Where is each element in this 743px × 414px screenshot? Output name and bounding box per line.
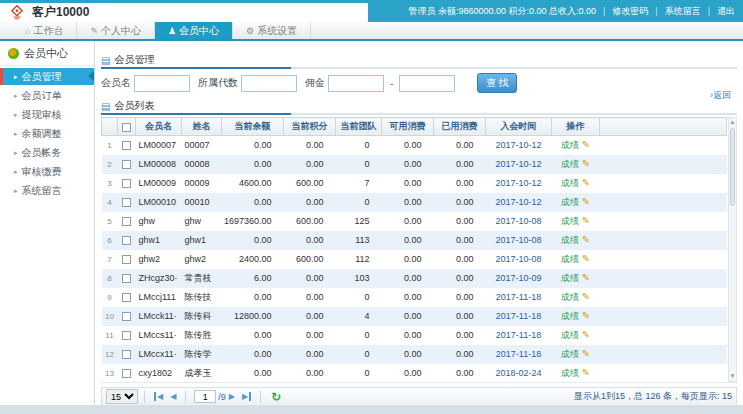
score-link[interactable]: 成绩 xyxy=(561,349,579,359)
row-checkbox[interactable] xyxy=(122,293,131,302)
member-center-icon xyxy=(8,48,19,59)
system-message-link[interactable]: 系统留言 xyxy=(665,5,701,18)
tab-member-center[interactable]: ♟会员中心 xyxy=(155,22,233,39)
balance-cell: 0.00 xyxy=(222,288,284,307)
select-all-checkbox[interactable] xyxy=(122,123,131,132)
edit-pencil-icon[interactable]: ✎ xyxy=(582,139,590,150)
edit-pencil-icon[interactable]: ✎ xyxy=(582,310,590,321)
col-available: 可用消费 xyxy=(382,118,434,136)
row-checkbox[interactable] xyxy=(122,312,131,321)
score-link[interactable]: 成绩 xyxy=(561,273,579,283)
tab-workbench[interactable]: ⌂工作台 xyxy=(12,22,77,39)
score-link[interactable]: 成绩 xyxy=(561,292,579,302)
available-cell: 0.00 xyxy=(382,307,434,326)
points-cell: 0.00 xyxy=(284,364,336,383)
edit-pencil-icon[interactable]: ✎ xyxy=(582,196,590,207)
action-cell: 成绩✎ xyxy=(552,155,600,174)
table-row: 10LMcck11·陈传科12800.000.0040.000.002017-1… xyxy=(102,307,727,326)
commission-min-input[interactable] xyxy=(328,75,384,92)
available-cell: 0.00 xyxy=(382,174,434,193)
points-cell: 0.00 xyxy=(284,326,336,345)
main-content: ▤ 会员管理 会员名 所属代数 佣金 - 查找 ›返回 ▤ 会员列表 xyxy=(96,41,743,405)
sidebar-item[interactable]: ▸提现审核 xyxy=(0,106,94,123)
scrollbar-thumb[interactable] xyxy=(730,128,735,206)
score-link[interactable]: 成绩 xyxy=(561,311,579,321)
tab-personal-center[interactable]: ✎个人中心 xyxy=(77,22,155,39)
member-name-input[interactable] xyxy=(134,75,190,92)
score-link[interactable]: 成绩 xyxy=(561,178,579,188)
change-password-link[interactable]: 修改密码 xyxy=(612,5,648,18)
col-action: 操作 xyxy=(552,118,600,136)
panel-icon: ▤ xyxy=(101,55,110,66)
join-date-cell: 2017-10-09 xyxy=(486,269,552,288)
generation-input[interactable] xyxy=(241,75,297,92)
sidebar-item[interactable]: ▸会员帐务 xyxy=(0,144,94,161)
prev-page-icon[interactable]: ◀ xyxy=(170,392,176,401)
vertical-scrollbar[interactable]: ▲ ▼ xyxy=(728,117,737,382)
logout-link[interactable]: 退出 xyxy=(717,5,735,18)
sidebar-item[interactable]: ▸审核缴费 xyxy=(0,163,94,180)
row-checkbox[interactable] xyxy=(122,141,131,150)
sidebar-item[interactable]: ▸余额调整 xyxy=(0,125,94,142)
score-link[interactable]: 成绩 xyxy=(561,140,579,150)
edit-pencil-icon[interactable]: ✎ xyxy=(582,253,590,264)
row-checkbox[interactable] xyxy=(122,369,131,378)
edit-pencil-icon[interactable]: ✎ xyxy=(582,291,590,302)
row-checkbox[interactable] xyxy=(122,274,131,283)
used-cell: 0.00 xyxy=(434,269,486,288)
refresh-icon[interactable]: ↻ xyxy=(271,390,281,404)
score-link[interactable]: 成绩 xyxy=(561,197,579,207)
row-checkbox[interactable] xyxy=(122,160,131,169)
home-icon: ⌂ xyxy=(25,26,30,36)
score-link[interactable]: 成绩 xyxy=(561,159,579,169)
row-select-cell xyxy=(118,364,136,383)
commission-max-input[interactable] xyxy=(399,75,455,92)
edit-pencil-icon[interactable]: ✎ xyxy=(582,215,590,226)
edit-pencil-icon[interactable]: ✎ xyxy=(582,234,590,245)
row-checkbox[interactable] xyxy=(122,350,131,359)
team-cell: 0 xyxy=(336,364,382,383)
col-member: 会员名 xyxy=(136,118,182,136)
used-cell: 0.00 xyxy=(434,250,486,269)
action-cell: 成绩✎ xyxy=(552,250,600,269)
edit-pencil-icon[interactable]: ✎ xyxy=(582,348,590,359)
divider: | xyxy=(603,6,605,16)
first-page-icon[interactable]: ◀ xyxy=(154,392,164,401)
score-link[interactable]: 成绩 xyxy=(561,235,579,245)
last-page-icon[interactable]: ▶ xyxy=(241,392,251,401)
team-cell: 7 xyxy=(336,174,382,193)
row-checkbox[interactable] xyxy=(122,331,131,340)
row-number: 6 xyxy=(102,231,118,250)
sidebar-item[interactable]: ▸会员管理 xyxy=(0,68,94,85)
score-link[interactable]: 成绩 xyxy=(561,254,579,264)
score-link[interactable]: 成绩 xyxy=(561,368,579,378)
score-link[interactable]: 成绩 xyxy=(561,330,579,340)
used-cell: 0.00 xyxy=(434,307,486,326)
next-page-icon[interactable]: ▶ xyxy=(229,392,235,401)
page-size-select[interactable]: 15 xyxy=(106,389,138,404)
available-cell: 0.00 xyxy=(382,364,434,383)
filler-cell xyxy=(600,345,727,364)
sidebar-item[interactable]: ▸系统留言 xyxy=(0,182,94,199)
row-checkbox[interactable] xyxy=(122,179,131,188)
row-checkbox[interactable] xyxy=(122,255,131,264)
row-checkbox[interactable] xyxy=(122,217,131,226)
edit-pencil-icon[interactable]: ✎ xyxy=(582,158,590,169)
balance-cell: 0.00 xyxy=(222,345,284,364)
scroll-up-icon[interactable]: ▲ xyxy=(729,118,736,127)
scroll-down-icon[interactable]: ▼ xyxy=(729,372,736,381)
tab-system-settings[interactable]: ⚙系统设置 xyxy=(233,22,311,39)
edit-pencil-icon[interactable]: ✎ xyxy=(582,177,590,188)
table-row: 11LMccs11·陈传胜0.000.0000.000.002017-11-18… xyxy=(102,326,727,345)
edit-pencil-icon[interactable]: ✎ xyxy=(582,272,590,283)
edit-pencil-icon[interactable]: ✎ xyxy=(582,329,590,340)
balance-cell: 0.00 xyxy=(222,326,284,345)
row-checkbox[interactable] xyxy=(122,198,131,207)
top-bar: 客户10000 管理员 余额:9860000.00 积分:0.00 总收入:0.… xyxy=(0,0,743,22)
sidebar-item[interactable]: ▸会员订单 xyxy=(0,87,94,104)
current-page-input[interactable] xyxy=(194,390,216,403)
search-button[interactable]: 查找 xyxy=(477,73,517,93)
score-link[interactable]: 成绩 xyxy=(561,216,579,226)
edit-pencil-icon[interactable]: ✎ xyxy=(582,367,590,378)
row-checkbox[interactable] xyxy=(122,236,131,245)
